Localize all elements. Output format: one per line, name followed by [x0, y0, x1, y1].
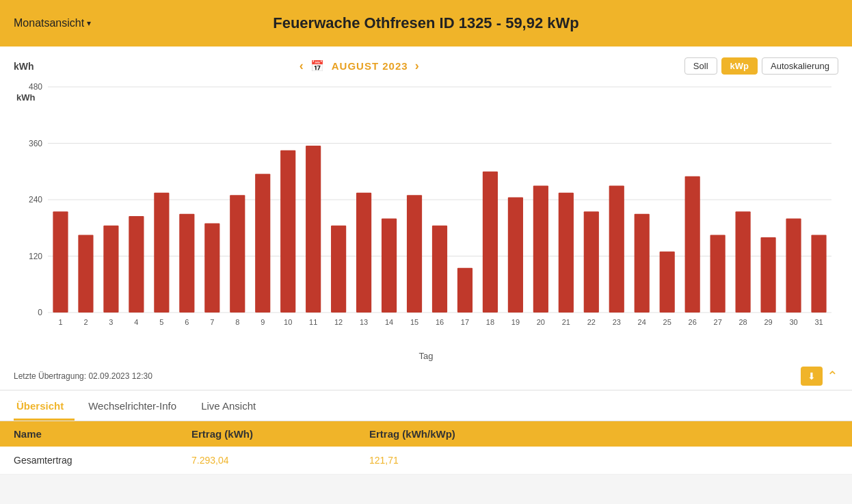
svg-text:360: 360: [29, 139, 42, 148]
footer-actions: ⬇ ⌃: [801, 367, 838, 386]
svg-text:6: 6: [185, 318, 189, 326]
svg-rect-61: [685, 176, 700, 313]
bar-chart: 480 360 240 120 0 kWh 123456789101112131…: [14, 80, 838, 362]
tab-live-ansicht[interactable]: Live Ansicht: [198, 390, 267, 421]
svg-rect-51: [559, 193, 574, 313]
chart-svg: 480 360 240 120 0 kWh 123456789101112131…: [14, 80, 838, 347]
svg-text:14: 14: [385, 318, 393, 326]
svg-text:13: 13: [360, 318, 368, 326]
svg-rect-57: [635, 214, 650, 313]
svg-text:27: 27: [714, 318, 722, 326]
page-title: Feuerwache Othfresen ID 1325 - 59,92 kWp: [273, 14, 579, 32]
svg-rect-23: [204, 223, 219, 313]
tabs-container: ÜbersichtWechselrichter-InfoLive Ansicht: [0, 390, 852, 421]
calendar-icon: 📅: [310, 59, 325, 72]
svg-rect-41: [432, 226, 447, 313]
chevron-down-icon: ▾: [87, 18, 91, 28]
chart-top-bar: kWh ‹ 📅 AUGUST 2023 › Soll kWp Autoskali…: [14, 57, 838, 75]
svg-text:25: 25: [663, 318, 671, 326]
svg-text:22: 22: [587, 318, 596, 326]
svg-text:120: 120: [29, 252, 42, 261]
svg-rect-53: [584, 211, 599, 313]
svg-rect-49: [533, 185, 548, 313]
svg-rect-37: [382, 219, 397, 313]
svg-text:3: 3: [109, 318, 113, 326]
autoskalierung-button[interactable]: Autoskalierung: [762, 57, 838, 75]
y-axis-label: kWh: [14, 61, 34, 72]
svg-text:24: 24: [638, 318, 646, 326]
table-row: Gesamtertrag7.293,04121,71: [0, 447, 852, 475]
svg-text:5: 5: [159, 318, 163, 326]
svg-text:7: 7: [210, 318, 214, 326]
svg-text:29: 29: [764, 318, 772, 326]
chart-footer: Letzte Übertragung: 02.09.2023 12:30 ⬇ ⌃: [14, 362, 838, 390]
monatsansicht-label: Monatsansicht: [14, 17, 84, 29]
table-header: NameErtrag (kWh)Ertrag (kWh/kWp): [0, 421, 852, 447]
chart-nav: ‹ 📅 AUGUST 2023 ›: [299, 59, 419, 73]
tab-übersicht[interactable]: Übersicht: [14, 390, 75, 421]
monatsansicht-button[interactable]: Monatsansicht ▾: [14, 17, 91, 29]
svg-text:19: 19: [511, 318, 520, 326]
soll-button[interactable]: Soll: [684, 57, 717, 75]
table-header-cell-1: Ertrag (kWh): [191, 428, 369, 440]
svg-text:26: 26: [689, 318, 697, 326]
last-transfer-text: Letzte Übertragung: 02.09.2023 12:30: [14, 371, 152, 381]
collapse-button[interactable]: ⌃: [827, 368, 838, 384]
svg-rect-43: [457, 268, 472, 313]
svg-rect-15: [103, 226, 118, 313]
svg-rect-11: [53, 211, 68, 313]
svg-rect-17: [129, 216, 144, 313]
svg-rect-19: [154, 193, 169, 313]
svg-text:4: 4: [134, 318, 138, 326]
svg-rect-67: [760, 237, 775, 313]
svg-text:18: 18: [486, 318, 494, 326]
svg-rect-63: [710, 235, 725, 313]
chart-container: kWh ‹ 📅 AUGUST 2023 › Soll kWp Autoskali…: [0, 47, 852, 390]
next-month-button[interactable]: ›: [415, 59, 419, 73]
table-cell-ertrag-kwp: 121,71: [369, 455, 838, 466]
svg-text:9: 9: [261, 318, 265, 326]
download-button[interactable]: ⬇: [801, 367, 823, 386]
svg-text:31: 31: [814, 318, 823, 326]
svg-text:16: 16: [436, 318, 444, 326]
svg-text:28: 28: [738, 318, 747, 326]
x-axis-label: Tag: [14, 351, 838, 362]
svg-text:23: 23: [613, 318, 621, 326]
svg-text:0: 0: [38, 308, 42, 317]
svg-text:1: 1: [58, 318, 62, 326]
svg-text:240: 240: [29, 195, 42, 204]
svg-rect-25: [230, 195, 245, 313]
svg-text:kWh: kWh: [16, 92, 36, 103]
svg-text:480: 480: [29, 82, 42, 92]
svg-rect-59: [660, 252, 675, 313]
svg-text:10: 10: [284, 318, 292, 326]
tabs: ÜbersichtWechselrichter-InfoLive Ansicht: [14, 390, 838, 421]
svg-rect-35: [356, 193, 371, 313]
svg-text:30: 30: [789, 318, 797, 326]
svg-text:8: 8: [235, 318, 239, 326]
svg-text:2: 2: [83, 318, 88, 326]
svg-text:11: 11: [309, 318, 317, 326]
svg-text:20: 20: [537, 318, 545, 326]
svg-text:17: 17: [461, 318, 469, 326]
table-header-cell-2: Ertrag (kWh/kWp): [369, 428, 838, 440]
svg-rect-21: [179, 214, 194, 313]
svg-rect-65: [736, 211, 751, 313]
tab-wechselrichter-info[interactable]: Wechselrichter-Info: [85, 390, 187, 421]
svg-rect-13: [78, 235, 93, 313]
svg-rect-69: [786, 219, 801, 313]
svg-rect-39: [407, 195, 422, 313]
table-cell-name: Gesamtertrag: [14, 455, 191, 466]
svg-rect-45: [483, 172, 498, 313]
svg-rect-71: [811, 235, 826, 313]
prev-month-button[interactable]: ‹: [299, 59, 304, 73]
svg-text:21: 21: [562, 318, 570, 326]
svg-rect-29: [280, 150, 295, 313]
svg-text:12: 12: [334, 318, 343, 326]
kwp-button[interactable]: kWp: [721, 57, 758, 75]
svg-rect-31: [306, 146, 321, 313]
table-header-cell-0: Name: [14, 428, 191, 440]
app-header: Monatsansicht ▾ Feuerwache Othfresen ID …: [0, 0, 852, 47]
svg-rect-33: [331, 226, 346, 313]
svg-rect-55: [609, 185, 624, 313]
